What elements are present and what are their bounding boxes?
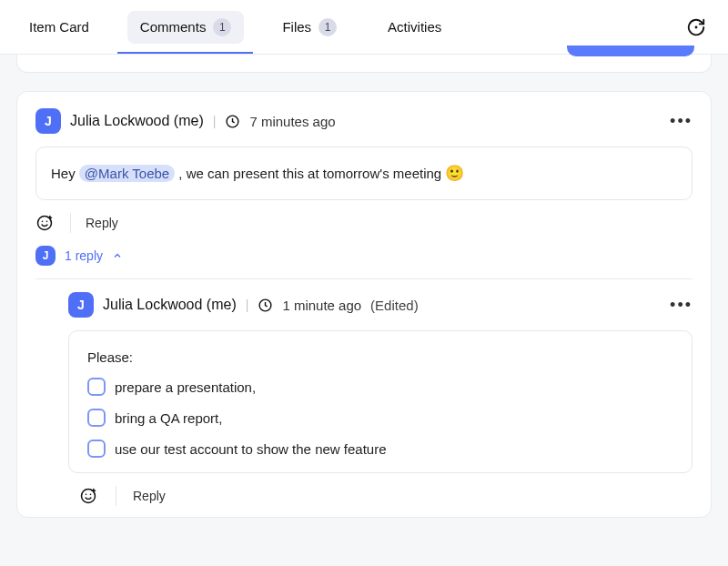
tab-label: Files — [282, 19, 311, 35]
tab-files[interactable]: Files 1 — [269, 11, 349, 44]
reply-time: 1 minute ago — [282, 298, 361, 313]
svg-point-9 — [86, 494, 87, 496]
reply-body: Please: prepare a presentation, bring a … — [68, 330, 693, 473]
reply-button[interactable]: Reply — [86, 216, 118, 230]
separator: | — [246, 298, 249, 312]
tab-item-card[interactable]: Item Card — [16, 12, 102, 42]
reply-intro: Please: — [87, 349, 673, 365]
checkbox[interactable] — [87, 378, 106, 396]
smile-emoji: 🙂 — [445, 165, 464, 182]
svg-point-4 — [46, 221, 48, 223]
divider — [35, 278, 693, 279]
reply-actions: Reply — [79, 486, 693, 506]
replies-count-label: 1 reply — [65, 248, 103, 263]
comment-header: J Julia Lockwood (me) | 7 minutes ago ••… — [35, 108, 693, 134]
task-row[interactable]: prepare a presentation, — [87, 378, 673, 396]
clock-icon — [225, 114, 240, 129]
svg-point-10 — [90, 494, 92, 496]
comment-time: 7 minutes ago — [249, 114, 335, 129]
sync-button[interactable] — [681, 12, 712, 43]
tab-label: Activities — [388, 19, 441, 35]
chevron-up-icon — [112, 250, 123, 261]
tab-label: Comments — [140, 19, 207, 35]
mention-chip[interactable]: @Mark Toebe — [79, 165, 175, 182]
reply-header: J Julia Lockwood (me) | 1 minute ago (Ed… — [68, 292, 693, 318]
comment-text-suffix: , we can present this at tomorrow's meet… — [178, 166, 445, 181]
svg-point-3 — [42, 221, 44, 223]
task-label: bring a QA report, — [115, 410, 222, 426]
comment-text-prefix: Hey — [51, 166, 79, 181]
comment-actions: Reply — [35, 213, 693, 233]
divider — [116, 486, 116, 506]
active-tab-underline — [117, 52, 253, 54]
reply-more-menu[interactable]: ••• — [670, 296, 693, 315]
avatar: J — [35, 108, 61, 134]
previous-card-clip — [16, 55, 712, 73]
avatar: J — [35, 246, 56, 266]
comment: J Julia Lockwood (me) | 7 minutes ago ••… — [35, 108, 693, 506]
reply-button[interactable]: Reply — [133, 489, 166, 503]
clock-icon — [258, 298, 273, 313]
divider — [70, 213, 71, 233]
smile-plus-icon — [79, 487, 97, 505]
separator: | — [213, 114, 217, 128]
add-reaction-button[interactable] — [35, 213, 56, 233]
replies-toggle[interactable]: J 1 reply — [35, 246, 693, 266]
refresh-dot-icon — [686, 17, 706, 37]
avatar: J — [68, 292, 94, 318]
tab-activities[interactable]: Activities — [375, 12, 454, 42]
files-count-badge: 1 — [318, 18, 337, 36]
tab-label: Item Card — [29, 19, 89, 35]
comment-body: Hey @Mark Toebe , we can present this at… — [35, 147, 693, 200]
reply-author: Julia Lockwood (me) — [103, 297, 237, 313]
task-row[interactable]: use our test account to show the new fea… — [87, 440, 673, 458]
task-label: prepare a presentation, — [115, 379, 256, 395]
tab-comments[interactable]: Comments 1 — [127, 11, 245, 44]
add-reaction-button[interactable] — [79, 486, 99, 506]
svg-point-0 — [695, 25, 698, 28]
comment-author: Julia Lockwood (me) — [70, 113, 204, 129]
previous-card-cta-clip — [567, 45, 694, 56]
comment-more-menu[interactable]: ••• — [670, 112, 693, 131]
reply-comment: J Julia Lockwood (me) | 1 minute ago (Ed… — [68, 292, 693, 506]
task-row[interactable]: bring a QA report, — [87, 409, 673, 427]
task-label: use our test account to show the new fea… — [115, 441, 387, 457]
comments-card: J Julia Lockwood (me) | 7 minutes ago ••… — [16, 91, 712, 518]
smile-plus-icon — [35, 214, 54, 232]
checkbox[interactable] — [87, 440, 106, 458]
comments-count-badge: 1 — [213, 18, 231, 36]
checkbox[interactable] — [87, 409, 106, 427]
edited-label: (Edited) — [370, 298, 419, 313]
